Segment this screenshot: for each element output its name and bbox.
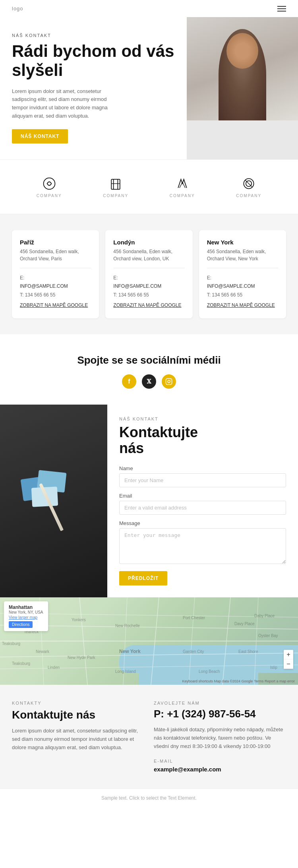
email-input[interactable] (119, 501, 286, 515)
logo-item-3: COMPANY (170, 176, 195, 198)
svg-text:Newark: Newark (36, 649, 50, 654)
office-addr-newyork: 456 Sondanella, Eden walk, Orchard View,… (207, 248, 278, 262)
logo-label-2: COMPANY (103, 194, 128, 198)
contact-image (0, 405, 107, 597)
name-field-label: Name (119, 465, 286, 471)
paris-email-label: E: (20, 275, 24, 281)
bottom-right-email-label: E-MAIL (154, 759, 286, 763)
zoom-in-button[interactable]: + (284, 650, 293, 659)
footer: Sample text. Click to select the Text El… (0, 789, 298, 807)
bottom-left-label: KONTAKTY (12, 701, 144, 705)
bottom-right-phone: P: +1 (324) 987-56-54 (154, 708, 286, 720)
svg-text:Oyster Bay: Oyster Bay (258, 634, 278, 638)
newyork-phone: 134 565 66 55 (212, 292, 242, 298)
twitter-x-icon[interactable]: 𝕏 (142, 374, 156, 389)
logo-label-3: COMPANY (170, 194, 195, 198)
london-map-link[interactable]: ZOBRAZIT NA MAPĚ GOOGLE (113, 301, 184, 310)
logos-section: COMPANY COMPANY COMPANY (0, 159, 298, 214)
hero-section: NÁŠ KONTAKT Rádi bychom od vás slyšeli L… (0, 17, 298, 159)
name-input[interactable] (119, 473, 286, 487)
bottom-right-phone-desc: Máte-li jakékoli dotazy, připomínky nebo… (154, 726, 286, 750)
office-city-london: Londýn (113, 239, 184, 246)
message-field-label: Message (119, 520, 286, 526)
name-field-group: Name (119, 465, 286, 487)
office-addr-london: 456 Sondanella, Eden walk, Orchard view,… (113, 248, 184, 262)
newyork-map-link[interactable]: ZOBRAZIT NA MAPĚ GOOGLE (207, 301, 278, 310)
bottom-left-desc: Lorem ipsum dolor sit amet, consetetur s… (12, 727, 144, 752)
logo-item-1: COMPANY (37, 176, 62, 198)
london-phone-label: T: (113, 292, 117, 298)
paris-phone-label: T: (20, 292, 23, 298)
bottom-contact-left: KONTAKTY Kontaktujte nás Lorem ipsum dol… (12, 701, 144, 772)
map-location-sub: New York, NY, USA (9, 610, 43, 614)
bottom-right-email: example@example.com (154, 766, 286, 773)
map-view-larger[interactable]: View larger map (9, 615, 43, 620)
svg-text:Linden: Linden (48, 665, 60, 670)
hero-cta-button[interactable]: NÁŠ KONTAKT (12, 129, 68, 143)
logo: logo (12, 6, 23, 12)
zoom-out-button[interactable]: − (284, 659, 293, 669)
logo-label-4: COMPANY (236, 194, 261, 198)
company-logo-2 (108, 176, 124, 192)
message-field-group: Message (119, 520, 286, 566)
contact-form-label: NÁŠ KONTAKT (119, 417, 286, 421)
office-card-london: Londýn 456 Sondanella, Eden walk, Orchar… (105, 230, 192, 318)
office-addr-paris: 456 Sondanella, Eden walk, Orchard View,… (20, 248, 91, 262)
svg-text:Daby Place: Daby Place (254, 614, 275, 618)
office-contact-london: E: INFO@SAMPLE.COM T: 134 565 66 55 ZOBR… (113, 274, 184, 310)
svg-text:Davy Place: Davy Place (234, 622, 255, 626)
email-field-group: Email (119, 493, 286, 515)
svg-text:East Shore: East Shore (238, 649, 258, 654)
newyork-phone-label: T: (207, 292, 211, 298)
submit-button[interactable]: PŘEDLOŽIT (119, 571, 167, 585)
svg-rect-5 (166, 379, 172, 385)
facebook-icon[interactable]: f (122, 374, 136, 389)
social-section: Spojte se se sociálními médii f 𝕏 (0, 334, 298, 405)
london-email-label: E: (113, 275, 118, 281)
office-city-paris: Paříž (20, 239, 91, 246)
office-card-paris: Paříž 456 Sondanella, Eden walk, Orchard… (12, 230, 99, 318)
svg-text:Teaksburg: Teaksburg (12, 661, 30, 666)
directions-button[interactable]: Directions (9, 621, 33, 628)
map-location-title: Manhattan (9, 604, 43, 610)
svg-text:Port Chester: Port Chester (183, 616, 205, 620)
logo-item-4: COMPANY (236, 176, 261, 198)
svg-line-4 (245, 180, 252, 187)
offices-section: Paříž 456 Sondanella, Eden walk, Orchard… (0, 214, 298, 334)
map-overlay: Manhattan New York, NY, USA View larger … (4, 601, 48, 631)
contact-form-title: Kontaktujte nás (119, 424, 286, 456)
bottom-right-phone-label: ZAVOLEJTE NÁM (154, 701, 286, 705)
social-title: Spojte se se sociálními médii (12, 354, 286, 366)
office-contact-newyork: E: INFO@SAMPLE.COM T: 134 565 66 55 ZOBR… (207, 274, 278, 310)
company-logo-1 (41, 176, 57, 192)
hamburger-menu[interactable] (277, 6, 286, 12)
svg-text:Teaksburg: Teaksburg (2, 641, 20, 646)
hero-title: Rádi bychom od vás slyšeli (12, 42, 175, 80)
svg-text:Long Beach: Long Beach (199, 669, 220, 674)
london-email: INFO@SAMPLE.COM (113, 282, 184, 291)
london-phone: 134 565 66 55 (118, 292, 149, 298)
company-logo-4 (241, 176, 257, 192)
map-zoom-controls: + − (284, 650, 293, 669)
svg-text:Islip: Islip (270, 665, 277, 670)
newyork-email-label: E: (207, 275, 211, 281)
svg-text:Long Island: Long Island (115, 669, 136, 674)
logo-label-1: COMPANY (37, 194, 62, 198)
logo-item-2: COMPANY (103, 176, 128, 198)
hero-description: Lorem ipsum dolor sit amet, consetetur s… (12, 87, 115, 120)
contact-section: NÁŠ KONTAKT Kontaktujte nás Name Email M… (0, 405, 298, 597)
svg-line-15 (0, 665, 298, 669)
email-field-label: Email (119, 493, 286, 499)
svg-text:New Hyde Park: New Hyde Park (68, 655, 95, 660)
office-card-newyork: New York 456 Sondanella, Eden walk, Orch… (199, 230, 286, 318)
office-city-newyork: New York (207, 239, 278, 246)
svg-point-6 (168, 380, 170, 383)
company-logo-3 (174, 176, 190, 192)
svg-rect-1 (111, 179, 120, 189)
svg-text:Yonkers: Yonkers (72, 618, 86, 622)
message-input[interactable] (119, 528, 286, 564)
bottom-left-title: Kontaktujte nás (12, 709, 144, 721)
instagram-icon[interactable] (162, 374, 176, 389)
navbar: logo (0, 0, 298, 17)
paris-map-link[interactable]: ZOBRAZIT NA MAPĚ GOOGLE (20, 301, 91, 310)
